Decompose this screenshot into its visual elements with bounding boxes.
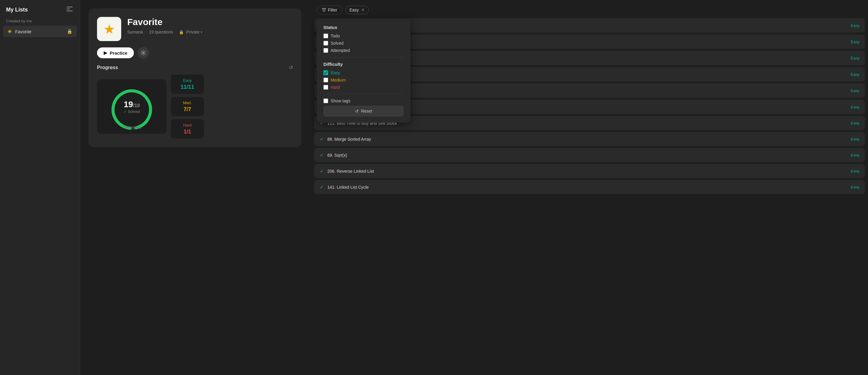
filter-dropdown: Status Todo Solved Attempted Difficulty …: [317, 19, 410, 123]
play-icon: ▶: [104, 50, 107, 56]
problem-left: ✓ 69. Sqrt(x): [320, 152, 347, 158]
stat-cards: Easy 11/11 Med. 7/7 Hard 1/1: [171, 75, 204, 139]
problem-name: 206. Reverse Linked List: [327, 169, 374, 174]
sidebar: My Lists Created by me ★ Favorite 🔒: [0, 0, 80, 375]
problem-difficulty: Easy: [851, 137, 860, 141]
hard-label: Hard: [177, 123, 198, 128]
stat-easy: Easy 11/11: [171, 75, 204, 94]
svg-rect-0: [66, 7, 72, 7]
sidebar-section-label: Created by me: [0, 17, 80, 26]
donut-center: 19/19 ✓ Solved: [124, 100, 140, 114]
check-icon: ✓: [124, 110, 127, 114]
problem-left: ✓ 141. Linked List Cycle: [320, 184, 369, 190]
medium-checkbox-row: Medium: [323, 78, 404, 82]
show-tags-label[interactable]: Show tags: [331, 98, 350, 103]
progress-label: Progress: [97, 65, 118, 70]
right-panel: Filter Easy ✕ Status Todo Solved Attempt…: [311, 0, 868, 375]
solved-check-icon: ✓: [320, 152, 324, 158]
svg-rect-2: [66, 10, 72, 11]
solved-checkbox[interactable]: [323, 41, 328, 45]
collapse-sidebar-button[interactable]: [65, 5, 74, 14]
table-row[interactable]: ✓ 141. Linked List Cycle Easy: [314, 180, 865, 194]
divider2: [323, 94, 404, 94]
progress-section: Progress ↺ 19/19: [97, 65, 293, 139]
hard-value: 1/1: [177, 129, 198, 135]
problem-difficulty: Easy: [851, 153, 860, 157]
card-visibility[interactable]: Private ▾: [186, 30, 203, 34]
table-row[interactable]: ✓ 206. Reverse Linked List Easy: [314, 164, 865, 178]
hard-checkbox[interactable]: [323, 85, 328, 90]
easy-label: Easy: [177, 78, 198, 83]
chevron-down-icon: ▾: [201, 30, 203, 34]
card-meta: Sumana · 19 questions · 🔒 Private ▾: [127, 30, 203, 34]
medium-diff-label[interactable]: Medium: [331, 78, 346, 82]
problem-left: ✓ 206. Reverse Linked List: [320, 168, 374, 174]
stat-medium: Med. 7/7: [171, 97, 204, 116]
todo-label[interactable]: Todo: [331, 34, 340, 38]
easy-value: 11/11: [177, 84, 198, 90]
problem-list: ✓ 121. Best Time to Buy and Sell Stock E…: [311, 116, 868, 194]
table-row[interactable]: ✓ 69. Sqrt(x) Easy: [314, 148, 865, 162]
todo-checkbox-row: Todo: [323, 34, 404, 38]
card-info: Favorite Sumana · 19 questions · 🔒 Priva…: [127, 17, 203, 34]
card-questions: 19 questions: [149, 30, 173, 34]
todo-checkbox[interactable]: [323, 34, 328, 38]
star-icon: ★: [7, 28, 12, 35]
card-title: Favorite: [127, 17, 203, 27]
problem-name: 88. Merge Sorted Array: [327, 137, 371, 142]
medium-checkbox[interactable]: [323, 78, 328, 82]
solved-check-icon: ✓: [320, 168, 324, 174]
remove-filter-button[interactable]: ✕: [361, 7, 365, 12]
solved-label[interactable]: Solved: [331, 41, 344, 45]
donut-total: 19/19: [124, 100, 140, 109]
donut-solved: ✓ Solved: [124, 109, 140, 114]
solved-checkbox-row: Solved: [323, 41, 404, 45]
card-area: ★ Favorite Sumana · 19 questions · 🔒 Pri…: [80, 0, 310, 147]
lock-icon: 🔒: [67, 29, 72, 34]
svg-point-3: [143, 52, 144, 54]
filter-bar: Filter Easy ✕: [311, 0, 868, 18]
problem-name: 141. Linked List Cycle: [327, 185, 369, 190]
sidebar-item-favorite[interactable]: ★ Favorite 🔒: [3, 26, 77, 37]
problem-difficulty: Easy: [851, 185, 860, 189]
med-value: 7/7: [177, 106, 198, 113]
card-star-icon: ★: [103, 22, 115, 37]
sidebar-item-left: ★ Favorite: [7, 28, 31, 35]
problem-difficulty: Easy: [851, 169, 860, 173]
card-top: ★ Favorite Sumana · 19 questions · 🔒 Pri…: [97, 17, 293, 41]
svg-rect-1: [66, 9, 70, 10]
attempted-label[interactable]: Attempted: [331, 48, 350, 53]
solved-check-icon: ✓: [320, 184, 324, 190]
easy-diff-label[interactable]: Easy: [331, 70, 340, 75]
sidebar-header: My Lists: [0, 0, 80, 17]
filter-button[interactable]: Filter: [317, 5, 342, 14]
easy-checkbox[interactable]: [323, 70, 328, 75]
practice-button[interactable]: ▶ Practice: [97, 47, 134, 58]
settings-button[interactable]: [137, 47, 149, 59]
difficulty-section-label: Difficulty: [323, 62, 404, 67]
card-author: Sumana: [127, 30, 143, 34]
med-label: Med.: [177, 101, 198, 105]
card-lock-icon: 🔒: [179, 30, 184, 34]
problem-left: ✓ 88. Merge Sorted Array: [320, 136, 371, 142]
stat-hard: Hard 1/1: [171, 119, 204, 139]
favorite-card: ★ Favorite Sumana · 19 questions · 🔒 Pri…: [89, 8, 301, 147]
attempted-checkbox[interactable]: [323, 48, 328, 53]
status-section-label: Status: [323, 25, 404, 30]
list-name: Favorite: [15, 29, 31, 34]
attempted-checkbox-row: Attempted: [323, 48, 404, 53]
table-row[interactable]: ✓ 88. Merge Sorted Array Easy: [314, 132, 865, 146]
show-tags-row: Show tags: [323, 98, 404, 103]
refresh-button[interactable]: ↺: [289, 65, 293, 70]
donut-chart: 19/19 ✓ Solved 0 Attempting: [97, 79, 166, 134]
easy-checkbox-row: Easy: [323, 70, 404, 75]
main-content: ★ Favorite Sumana · 19 questions · 🔒 Pri…: [80, 0, 868, 375]
hard-diff-label[interactable]: Hard: [331, 85, 340, 90]
reset-button[interactable]: ↺ Reset: [323, 106, 404, 116]
show-tags-checkbox[interactable]: [323, 98, 328, 103]
reset-icon: ↺: [355, 109, 359, 113]
solved-check-icon: ✓: [320, 136, 324, 142]
sidebar-title: My Lists: [6, 7, 28, 13]
donut-attempting: 0 Attempting: [122, 125, 141, 129]
progress-header: Progress ↺: [97, 65, 293, 70]
